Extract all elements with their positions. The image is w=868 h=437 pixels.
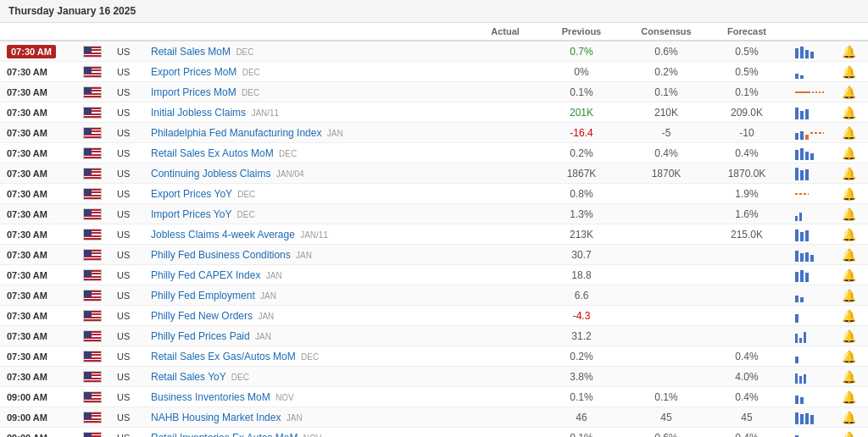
bell-icon[interactable]: 🔔: [842, 431, 856, 438]
flag-cell: [83, 431, 117, 437]
bell-cell[interactable]: 🔔: [836, 187, 861, 201]
chart-cell[interactable]: [785, 350, 836, 363]
time-label: 07:30 AM: [7, 108, 47, 118]
chart-cell[interactable]: [785, 207, 836, 221]
event-cell[interactable]: Jobless Claims 4-week Average JAN/11: [151, 229, 471, 241]
chart-cell[interactable]: [785, 106, 836, 119]
consensus-cell: 0.4%: [624, 147, 709, 159]
bell-cell[interactable]: 🔔: [836, 350, 861, 363]
event-name: Philly Fed Prices Paid: [151, 330, 250, 342]
event-cell[interactable]: Initial Jobless Claims JAN/11: [151, 107, 471, 119]
bell-icon[interactable]: 🔔: [842, 65, 856, 79]
bell-icon[interactable]: 🔔: [842, 329, 856, 343]
svg-rect-5: [800, 75, 804, 79]
bell-cell[interactable]: 🔔: [836, 65, 861, 79]
bell-cell[interactable]: 🔔: [836, 126, 861, 140]
country-cell: US: [117, 147, 151, 159]
event-cell[interactable]: Philly Fed Employment JAN: [151, 290, 471, 301]
event-cell[interactable]: Retail Sales MoM DEC: [151, 46, 471, 58]
flag-cell: [83, 207, 117, 220]
event-cell[interactable]: Retail Sales YoY DEC: [151, 371, 471, 383]
event-cell[interactable]: Philly Fed New Orders JAN: [151, 310, 471, 322]
chart-cell[interactable]: [785, 167, 836, 180]
bell-icon[interactable]: 🔔: [842, 390, 856, 404]
svg-rect-23: [795, 216, 798, 221]
event-cell[interactable]: Import Prices MoM DEC: [151, 86, 471, 98]
svg-rect-3: [810, 52, 814, 58]
chart-cell[interactable]: [785, 45, 836, 58]
chart-cell[interactable]: [785, 390, 836, 404]
bell-icon[interactable]: 🔔: [842, 187, 856, 201]
bell-cell[interactable]: 🔔: [836, 390, 861, 404]
event-cell[interactable]: Philly Fed CAPEX Index JAN: [151, 269, 471, 281]
event-period: JAN: [327, 129, 343, 138]
bell-cell[interactable]: 🔔: [836, 228, 861, 241]
bell-cell[interactable]: 🔔: [836, 431, 861, 438]
bell-cell[interactable]: 🔔: [836, 411, 861, 424]
bell-icon[interactable]: 🔔: [842, 411, 856, 424]
chart-cell[interactable]: [785, 126, 836, 140]
event-cell[interactable]: Export Prices YoY DEC: [151, 188, 471, 200]
chart-cell[interactable]: [785, 228, 836, 241]
bell-cell[interactable]: 🔔: [836, 370, 861, 384]
bell-icon[interactable]: 🔔: [842, 147, 856, 160]
event-cell[interactable]: Philly Fed Prices Paid JAN: [151, 330, 471, 342]
chart-cell[interactable]: [785, 289, 836, 302]
event-cell[interactable]: NAHB Housing Market Index JAN: [151, 412, 471, 423]
bell-cell[interactable]: 🔔: [836, 106, 861, 119]
forecast-cell: 215.0K: [709, 229, 785, 241]
chart-cell[interactable]: [785, 411, 836, 424]
consensus-value: 0.1%: [654, 391, 677, 403]
table-row: 07:30 AM US Import Prices MoM DEC 0.1% 0…: [0, 82, 868, 102]
bell-cell[interactable]: 🔔: [836, 329, 861, 343]
bell-icon[interactable]: 🔔: [842, 106, 856, 119]
event-cell[interactable]: Export Prices MoM DEC: [151, 66, 471, 78]
chart-cell[interactable]: [785, 86, 836, 99]
time-label: 07:30 AM: [7, 311, 47, 321]
chart-cell[interactable]: [785, 65, 836, 79]
bell-cell[interactable]: 🔔: [836, 147, 861, 160]
bell-cell[interactable]: 🔔: [836, 268, 861, 282]
event-cell[interactable]: Retail Inventories Ex Autos MoM NOV: [151, 432, 471, 438]
time-cell: 07:30 AM: [7, 168, 83, 180]
event-cell[interactable]: Retail Sales Ex Gas/Autos MoM DEC: [151, 351, 471, 362]
chart-cell[interactable]: [785, 370, 836, 384]
bell-icon[interactable]: 🔔: [842, 350, 856, 363]
time-label: 07:30 AM: [7, 67, 47, 77]
chart-cell[interactable]: [785, 187, 836, 201]
bell-icon[interactable]: 🔔: [842, 268, 856, 282]
bell-icon[interactable]: 🔔: [842, 228, 856, 241]
bell-icon[interactable]: 🔔: [842, 86, 856, 99]
event-cell[interactable]: Continuing Jobless Claims JAN/04: [151, 168, 471, 180]
bell-icon[interactable]: 🔔: [842, 167, 856, 180]
bell-cell[interactable]: 🔔: [836, 45, 861, 58]
bell-icon[interactable]: 🔔: [842, 370, 856, 384]
bell-icon[interactable]: 🔔: [842, 309, 856, 323]
bell-cell[interactable]: 🔔: [836, 86, 861, 99]
chart-cell[interactable]: [785, 329, 836, 343]
bell-cell[interactable]: 🔔: [836, 248, 861, 262]
bell-icon[interactable]: 🔔: [842, 126, 856, 140]
event-cell[interactable]: Import Prices YoY DEC: [151, 208, 471, 220]
forecast-cell: -10: [709, 127, 785, 139]
bell-icon[interactable]: 🔔: [842, 289, 856, 302]
chart-cell[interactable]: [785, 268, 836, 282]
previous-cell: 31.2: [539, 330, 624, 342]
chart-cell[interactable]: [785, 248, 836, 262]
chart-cell[interactable]: [785, 309, 836, 323]
chart-cell[interactable]: [785, 147, 836, 160]
country-label: US: [117, 433, 130, 438]
chart-cell[interactable]: [785, 431, 836, 438]
event-cell[interactable]: Business Inventories MoM NOV: [151, 391, 471, 403]
bell-icon[interactable]: 🔔: [842, 248, 856, 262]
event-cell[interactable]: Retail Sales Ex Autos MoM DEC: [151, 147, 471, 159]
bell-cell[interactable]: 🔔: [836, 207, 861, 221]
event-cell[interactable]: Philadelphia Fed Manufacturing Index JAN: [151, 127, 471, 139]
bell-cell[interactable]: 🔔: [836, 309, 861, 323]
event-cell[interactable]: Philly Fed Business Conditions JAN: [151, 249, 471, 261]
bell-icon[interactable]: 🔔: [842, 45, 856, 58]
bell-cell[interactable]: 🔔: [836, 289, 861, 302]
bell-cell[interactable]: 🔔: [836, 167, 861, 180]
bell-icon[interactable]: 🔔: [842, 207, 856, 221]
flag-cell: [83, 228, 117, 241]
